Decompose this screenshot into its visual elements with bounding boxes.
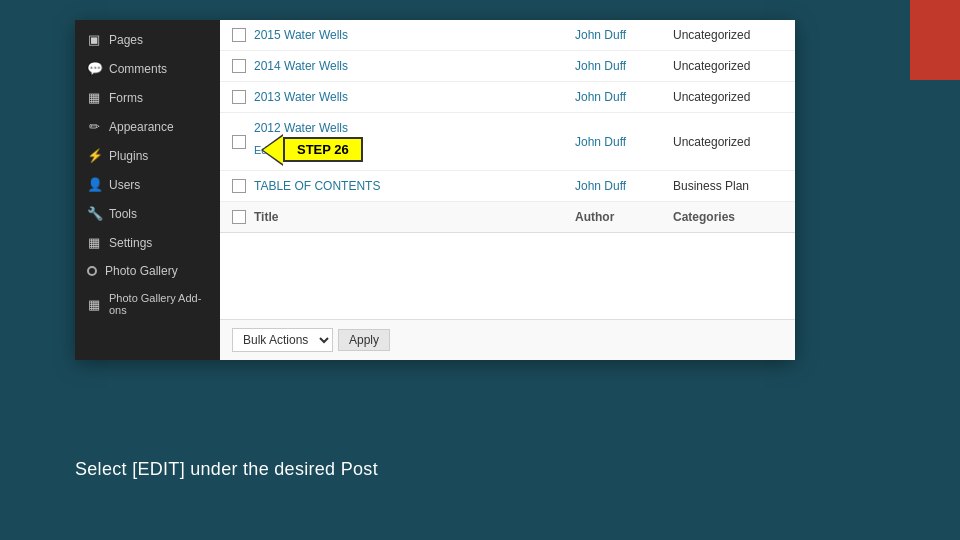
header-title: Title: [254, 210, 567, 224]
pages-icon: ▣: [87, 32, 101, 47]
post-category-1: Uncategorized: [673, 59, 783, 73]
post-author-1: John Duff: [575, 59, 665, 73]
post-author-3: John Duff: [575, 135, 665, 149]
sidebar-item-settings[interactable]: ▦ Settings: [75, 228, 220, 257]
sidebar-item-tools[interactable]: 🔧 Tools: [75, 199, 220, 228]
red-accent: [910, 0, 960, 80]
row-checkbox-4[interactable]: [232, 179, 246, 193]
post-category-4: Business Plan: [673, 179, 783, 193]
photo-gallery-icon: [87, 266, 97, 276]
step-badge: STEP 26: [283, 137, 363, 162]
posts-table: 2015 Water Wells John Duff Uncategorized…: [220, 20, 795, 319]
bulk-actions-select[interactable]: Bulk Actions: [232, 328, 333, 352]
post-title-link-1[interactable]: 2014 Water Wells: [254, 59, 348, 73]
table-row: 2014 Water Wells John Duff Uncategorized: [220, 51, 795, 82]
sidebar-item-forms[interactable]: ▦ Forms: [75, 83, 220, 112]
screenshot-window: ▣ Pages 💬 Comments ▦ Forms ✏ Appearance …: [75, 20, 795, 360]
row-checkbox-2[interactable]: [232, 90, 246, 104]
post-author-4: John Duff: [575, 179, 665, 193]
post-title-3: 2012 Water Wells Edit STEP 26: [254, 121, 567, 162]
sidebar-label-plugins: Plugins: [109, 149, 148, 163]
sidebar-item-photo-gallery-addons[interactable]: ▦ Photo Gallery Add-ons: [75, 285, 220, 323]
table-row: 2015 Water Wells John Duff Uncategorized: [220, 20, 795, 51]
sidebar-item-comments[interactable]: 💬 Comments: [75, 54, 220, 83]
header-categories: Categories: [673, 210, 783, 224]
bulk-apply-button[interactable]: Apply: [338, 329, 390, 351]
sidebar-label-users: Users: [109, 178, 140, 192]
sidebar-label-comments: Comments: [109, 62, 167, 76]
sidebar-item-photo-gallery[interactable]: Photo Gallery: [75, 257, 220, 285]
sidebar-item-appearance[interactable]: ✏ Appearance: [75, 112, 220, 141]
row-checkbox-0[interactable]: [232, 28, 246, 42]
post-category-0: Uncategorized: [673, 28, 783, 42]
table-row: TABLE OF CONTENTS John Duff Business Pla…: [220, 171, 795, 202]
sidebar-label-appearance: Appearance: [109, 120, 174, 134]
sidebar-item-plugins[interactable]: ⚡ Plugins: [75, 141, 220, 170]
bulk-actions-bar: Bulk Actions Apply: [220, 319, 795, 360]
table-row: 2013 Water Wells John Duff Uncategorized: [220, 82, 795, 113]
row-checkbox-3[interactable]: [232, 135, 246, 149]
forms-icon: ▦: [87, 90, 101, 105]
post-author-2: John Duff: [575, 90, 665, 104]
post-title-link-0[interactable]: 2015 Water Wells: [254, 28, 348, 42]
users-icon: 👤: [87, 177, 101, 192]
table-header-row: Title Author Categories: [220, 202, 795, 233]
post-title-link-4[interactable]: TABLE OF CONTENTS: [254, 179, 380, 193]
sidebar-label-tools: Tools: [109, 207, 137, 221]
sidebar-label-pages: Pages: [109, 33, 143, 47]
tools-icon: 🔧: [87, 206, 101, 221]
sidebar: ▣ Pages 💬 Comments ▦ Forms ✏ Appearance …: [75, 20, 220, 360]
sidebar-label-photo-gallery-addons: Photo Gallery Add-ons: [109, 292, 208, 316]
photo-gallery-addons-icon: ▦: [87, 297, 101, 312]
post-title-link-2[interactable]: 2013 Water Wells: [254, 90, 348, 104]
post-title-4: TABLE OF CONTENTS: [254, 179, 567, 193]
sidebar-item-users[interactable]: 👤 Users: [75, 170, 220, 199]
sidebar-label-forms: Forms: [109, 91, 143, 105]
post-title-2: 2013 Water Wells: [254, 90, 567, 104]
header-author: Author: [575, 210, 665, 224]
sidebar-item-pages[interactable]: ▣ Pages: [75, 25, 220, 54]
header-checkbox[interactable]: [232, 210, 246, 224]
appearance-icon: ✏: [87, 119, 101, 134]
table-row-2012: 2012 Water Wells Edit STEP 26 John Duff …: [220, 113, 795, 171]
post-category-3: Uncategorized: [673, 135, 783, 149]
plugins-icon: ⚡: [87, 148, 101, 163]
caption: Select [EDIT] under the desired Post: [75, 459, 378, 480]
post-author-0: John Duff: [575, 28, 665, 42]
main-content: 2015 Water Wells John Duff Uncategorized…: [220, 20, 795, 360]
post-category-2: Uncategorized: [673, 90, 783, 104]
settings-icon: ▦: [87, 235, 101, 250]
post-title-1: 2014 Water Wells: [254, 59, 567, 73]
row-checkbox-1[interactable]: [232, 59, 246, 73]
comments-icon: 💬: [87, 61, 101, 76]
sidebar-label-photo-gallery: Photo Gallery: [105, 264, 178, 278]
sidebar-label-settings: Settings: [109, 236, 152, 250]
post-title-0: 2015 Water Wells: [254, 28, 567, 42]
